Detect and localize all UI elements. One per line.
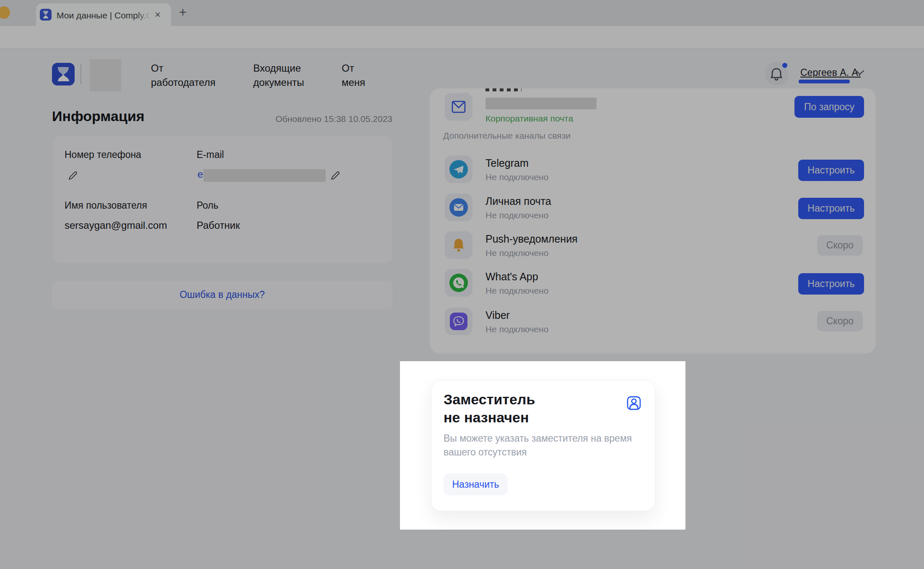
tour-spotlight-area: Заместитель не назначен Вы можете указат… [400,361,685,530]
contact-badge-icon [626,396,641,412]
screen: Мои данные | Comply.Consent × + kedo N [0,0,924,569]
assign-deputy-button[interactable]: Назначить [444,473,508,495]
deputy-card: Заместитель не назначен Вы можете указат… [431,380,655,511]
deputy-card-description: Вы можете указать заместителя на время в… [444,432,632,459]
deputy-card-title: Заместитель не назначен [444,391,535,427]
